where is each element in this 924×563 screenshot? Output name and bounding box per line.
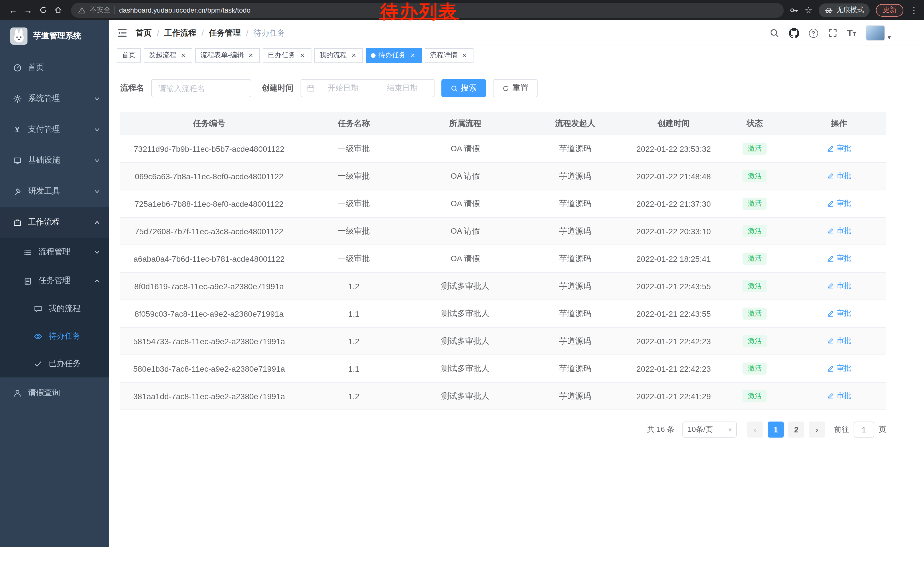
- tab-process-form-edit[interactable]: 流程表单-编辑 ×: [195, 48, 260, 63]
- dashboard-icon: [13, 63, 21, 72]
- github-icon[interactable]: [789, 28, 799, 38]
- browser-reload-icon[interactable]: [36, 3, 50, 18]
- sidebar-item-home[interactable]: 首页: [0, 52, 109, 83]
- breadcrumb-task-management: 任务管理: [209, 28, 241, 38]
- sidebar-item-label: 研发工具: [28, 186, 60, 197]
- sidebar-item-workflow[interactable]: 工作流程: [0, 207, 109, 238]
- tab-home[interactable]: 首页: [117, 48, 141, 63]
- process-name-input[interactable]: [151, 79, 251, 98]
- cell-created: 2022-01-22 21:37:30: [630, 199, 718, 208]
- sidebar-item-done-tasks[interactable]: 已办任务: [0, 350, 109, 377]
- tab-done-tasks[interactable]: 已办任务 ×: [263, 48, 311, 63]
- cell-created: 2022-01-22 20:33:10: [630, 227, 718, 236]
- browser-menu-icon[interactable]: ⋮: [910, 5, 918, 15]
- approve-link[interactable]: 审批: [826, 336, 851, 346]
- avatar-image: [866, 25, 885, 41]
- warning-icon: [78, 6, 86, 14]
- breadcrumb-home[interactable]: 首页: [136, 28, 152, 38]
- sidebar-toggle-icon[interactable]: [117, 27, 128, 38]
- cell-actions: 审批: [792, 226, 886, 237]
- date-range-picker[interactable]: 开始日期 - 结束日期: [300, 79, 435, 98]
- tab-start-process[interactable]: 发起流程 ×: [144, 48, 192, 63]
- table-row: 8f0d1619-7ac8-11ec-a9e2-a2380e71991a 1.2…: [120, 273, 886, 300]
- approve-link[interactable]: 审批: [826, 144, 851, 154]
- reset-button[interactable]: 重置: [493, 79, 538, 98]
- approve-link[interactable]: 审批: [826, 281, 851, 291]
- close-icon[interactable]: ×: [460, 51, 468, 59]
- cell-actions: 审批: [792, 336, 886, 347]
- prev-page-button[interactable]: ‹: [747, 422, 763, 438]
- tab-my-process[interactable]: 我的流程 ×: [314, 48, 363, 63]
- close-icon[interactable]: ×: [179, 51, 187, 59]
- sidebar-item-dev-tools[interactable]: 研发工具: [0, 176, 109, 207]
- cell-process: OA 请假: [410, 144, 521, 154]
- browser-home-icon[interactable]: [50, 3, 65, 18]
- active-tab-dot: [371, 53, 375, 57]
- browser-back-icon[interactable]: ←: [6, 3, 21, 18]
- cell-task-id: 75d72608-7b7f-11ec-a3c8-acde48001122: [120, 227, 298, 236]
- key-icon[interactable]: [789, 6, 798, 15]
- next-page-button[interactable]: ›: [809, 422, 825, 438]
- breadcrumb-workflow: 工作流程: [164, 28, 196, 38]
- sidebar-item-payment-management[interactable]: ¥ 支付管理: [0, 114, 109, 145]
- approve-link[interactable]: 审批: [826, 198, 851, 209]
- tab-process-detail[interactable]: 流程详情 ×: [425, 48, 474, 63]
- cell-task-id: 381aa1dd-7ac8-11ec-a9e2-a2380e71991a: [120, 392, 298, 401]
- update-button[interactable]: 更新: [876, 4, 903, 17]
- close-icon[interactable]: ×: [350, 51, 358, 59]
- breadcrumb-separator: /: [246, 29, 249, 38]
- close-icon[interactable]: ×: [247, 51, 255, 59]
- cell-actions: 审批: [792, 144, 886, 154]
- page-button-1[interactable]: 1: [768, 422, 784, 438]
- sidebar-item-system-management[interactable]: 系统管理: [0, 83, 109, 114]
- tab-todo-tasks[interactable]: 待办任务 ×: [366, 48, 422, 63]
- close-icon[interactable]: ×: [409, 51, 417, 59]
- search-icon[interactable]: [769, 28, 779, 38]
- sidebar-item-infrastructure[interactable]: 基础设施: [0, 145, 109, 176]
- breadcrumb-separator: /: [157, 29, 159, 38]
- table-row: 75d72608-7b7f-11ec-a3c8-acde48001122 一级审…: [120, 218, 886, 245]
- app-logo[interactable]: 芋道管理系统: [0, 20, 109, 52]
- approve-link[interactable]: 审批: [826, 254, 851, 264]
- approve-link[interactable]: 审批: [826, 391, 851, 401]
- sidebar-item-todo-tasks[interactable]: 待办任务: [0, 323, 109, 350]
- cell-task-name: 1.2: [298, 281, 410, 291]
- sidebar-item-task-management[interactable]: 任务管理: [0, 266, 109, 295]
- approve-link[interactable]: 审批: [826, 363, 851, 374]
- browser-forward-icon[interactable]: →: [21, 3, 36, 18]
- cell-process: 测试多审批人: [410, 308, 521, 319]
- chevron-up-icon: [94, 219, 100, 225]
- page-button-2[interactable]: 2: [788, 422, 804, 438]
- bookmark-star-icon[interactable]: ☆: [805, 5, 812, 15]
- status-badge: 激活: [743, 252, 767, 264]
- process-name-label: 流程名: [120, 83, 144, 93]
- page-size-select[interactable]: 10条/页 ▾: [682, 422, 737, 438]
- chat-icon: [33, 305, 42, 313]
- close-icon[interactable]: ×: [298, 51, 306, 59]
- cell-task-id: 580e1b3d-7ac8-11ec-a9e2-a2380e71991a: [120, 364, 298, 373]
- help-icon[interactable]: ?: [808, 29, 818, 38]
- sidebar-item-process-management[interactable]: 流程管理: [0, 238, 109, 266]
- sidebar-item-leave-query[interactable]: 请假查询: [0, 377, 109, 408]
- approve-link[interactable]: 审批: [826, 171, 851, 181]
- approve-link[interactable]: 审批: [826, 308, 851, 319]
- font-size-icon[interactable]: TT: [847, 29, 856, 38]
- cell-initiator: 芋道源码: [521, 254, 630, 264]
- cell-created: 2022-01-22 23:53:32: [630, 144, 718, 153]
- approve-link[interactable]: 审批: [826, 226, 851, 236]
- eye-icon: [33, 332, 42, 341]
- column-header-actions: 操作: [792, 118, 886, 129]
- user-avatar[interactable]: ▾: [866, 25, 891, 41]
- sidebar-item-my-process[interactable]: 我的流程: [0, 295, 109, 323]
- edit-icon: [826, 200, 834, 207]
- breadcrumb: 首页 / 工作流程 / 任务管理 / 待办任务: [136, 28, 285, 38]
- cell-initiator: 芋道源码: [521, 171, 630, 181]
- status-badge: 激活: [743, 307, 767, 320]
- screen: ← → 不安全 dashboard.yudao.iocoder.cn/bpm/t…: [0, 0, 924, 563]
- cell-task-id: a6aba0a4-7b6d-11ec-b781-acde48001122: [120, 254, 298, 263]
- sidebar-item-label: 已办任务: [49, 359, 81, 369]
- goto-page-input[interactable]: [854, 422, 874, 438]
- column-header-status: 状态: [718, 118, 792, 129]
- fullscreen-icon[interactable]: [828, 28, 837, 38]
- search-button[interactable]: 搜索: [441, 79, 486, 98]
